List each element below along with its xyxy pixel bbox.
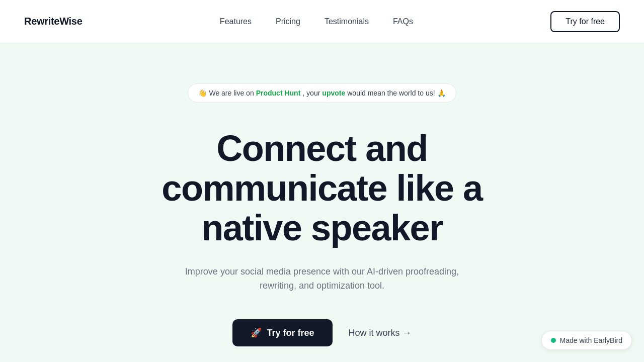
brand-logo[interactable]: RewriteWise	[24, 16, 82, 27]
earlybird-label: Made with EarlyBird	[560, 336, 623, 344]
navbar: RewriteWise Features Pricing Testimonial…	[0, 0, 644, 43]
banner-text-after: would mean the world to us!	[347, 89, 435, 97]
nav-link-faqs[interactable]: FAQs	[393, 17, 413, 26]
nav-link-pricing[interactable]: Pricing	[276, 17, 300, 26]
wave-emoji: 👋	[198, 89, 207, 97]
upvote-text: upvote	[322, 89, 345, 97]
banner-text-middle: , your	[302, 89, 320, 97]
earlybird-badge[interactable]: Made with EarlyBird	[541, 331, 632, 350]
hero-try-free-button[interactable]: 🚀 Try for free	[232, 319, 332, 346]
hero-cta-label: Try for free	[267, 328, 314, 338]
nav-links: Features Pricing Testimonials FAQs	[220, 17, 413, 26]
earlybird-dot	[551, 338, 556, 343]
hero-title: Connect and communicate like a native sp…	[133, 129, 511, 248]
hero-subtitle: Improve your social media presence with …	[181, 264, 463, 294]
nav-link-features[interactable]: Features	[220, 17, 252, 26]
banner-text-before: We are live on	[209, 89, 254, 97]
how-it-works-button[interactable]: How it works →	[349, 328, 412, 338]
nav-link-testimonials[interactable]: Testimonials	[325, 17, 369, 26]
product-hunt-link[interactable]: Product Hunt	[256, 89, 301, 97]
nav-try-free-button[interactable]: Try for free	[550, 11, 620, 32]
pray-emoji: 🙏	[437, 89, 446, 97]
rocket-emoji: 🚀	[251, 327, 262, 338]
hero-section: 👋 We are live on Product Hunt , your upv…	[0, 43, 644, 362]
hero-actions: 🚀 Try for free How it works →	[232, 319, 411, 346]
product-hunt-banner: 👋 We are live on Product Hunt , your upv…	[188, 83, 456, 103]
